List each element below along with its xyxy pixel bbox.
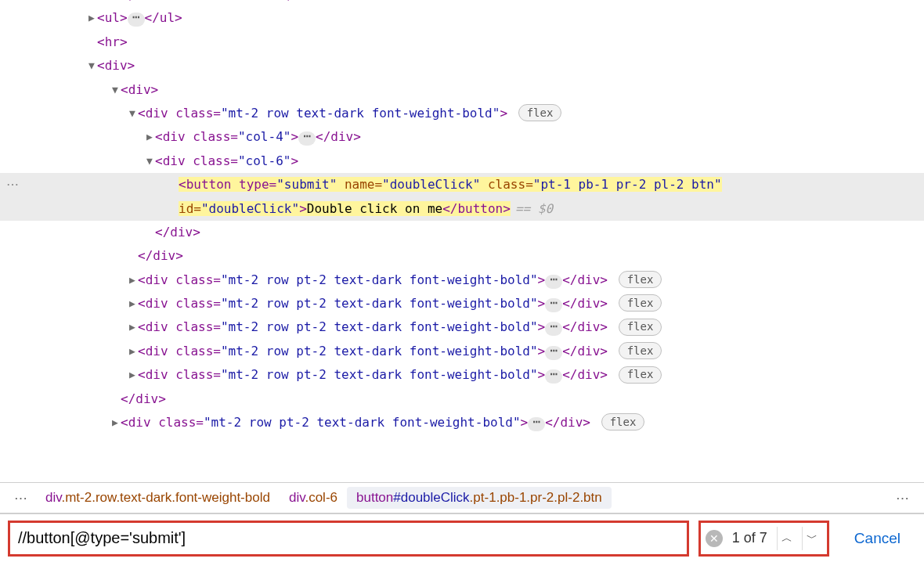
flex-badge: flex [619, 319, 662, 336]
flex-badge: flex [619, 294, 662, 312]
ellipsis-icon[interactable]: ⋯ [545, 298, 562, 312]
node-div-col6[interactable]: ▼<div class="col-6"> [0, 150, 924, 173]
flex-badge: flex [619, 366, 662, 384]
node-button-selected[interactable]: ⋯ <button type="submit" name="doubleClic… [0, 173, 924, 221]
expand-arrow[interactable]: ▶ [127, 271, 138, 290]
node-div-outer[interactable]: ▼<div> [0, 54, 924, 77]
collapse-arrow[interactable]: ▼ [144, 152, 155, 171]
node-div-row2[interactable]: ▶<div class="mt-2 row pt-2 text-dark fon… [0, 292, 924, 315]
flex-badge: flex [619, 342, 662, 359]
node-div-row2[interactable]: ▶<div class="mt-2 row pt-2 text-dark fon… [0, 363, 924, 387]
node-div-row2[interactable]: ▶<div class="mt-2 row pt-2 text-dark fon… [0, 268, 924, 292]
search-bar: ✕ 1 of 7 ︿ ﹀ Cancel [0, 513, 924, 562]
search-input[interactable] [16, 528, 680, 548]
node-div-row2[interactable]: ▶<div class="mt-2 row pt-2 text-dark fon… [0, 411, 924, 434]
collapse-arrow[interactable]: ▼ [110, 81, 121, 100]
ellipsis-icon[interactable]: ⋯ [545, 275, 562, 289]
search-results: ✕ 1 of 7 ︿ ﹀ [698, 521, 829, 557]
ellipsis-icon[interactable]: ⋯ [128, 13, 145, 27]
breadcrumb-overflow-left[interactable]: ⋯ [6, 490, 36, 506]
expand-arrow[interactable]: ▶ [127, 294, 138, 314]
flex-badge: flex [619, 271, 662, 288]
gutter-ellipsis[interactable]: ⋯ [6, 173, 20, 196]
collapse-arrow[interactable]: ▼ [86, 56, 97, 76]
collapse-arrow[interactable]: ▼ [127, 104, 138, 124]
ellipsis-icon[interactable]: ⋯ [298, 131, 316, 146]
flex-badge: flex [518, 104, 562, 121]
node-div-col4[interactable]: ▶<div class="col-4">⋯</div> [0, 125, 924, 149]
expand-arrow[interactable]: ▶ [127, 318, 138, 337]
node-hr[interactable]: <hr> [0, 31, 924, 54]
dom-tree[interactable]: <p>Here, we will see</p> ▶<ul>⋯</ul> <hr… [0, 0, 924, 470]
cancel-button[interactable]: Cancel [839, 530, 916, 547]
node-p[interactable]: <p>Here, we will see</p> [0, 0, 924, 6]
node-div-inner-close[interactable]: </div> [0, 387, 924, 411]
node-div-row2[interactable]: ▶<div class="mt-2 row pt-2 text-dark fon… [0, 340, 924, 363]
breadcrumb-overflow-right[interactable]: ⋯ [888, 490, 918, 506]
node-div-row2[interactable]: ▶<div class="mt-2 row pt-2 text-dark fon… [0, 315, 924, 339]
selected-marker: == $0 [515, 201, 553, 216]
ellipsis-icon[interactable]: ⋯ [545, 346, 562, 360]
flex-badge: flex [601, 413, 645, 431]
ellipsis-icon[interactable]: ⋯ [545, 322, 562, 336]
node-div-col6-close[interactable]: </div> [0, 221, 924, 244]
breadcrumb-item[interactable]: div.col-6 [280, 487, 347, 509]
search-count: 1 of 7 [727, 530, 772, 546]
expand-arrow[interactable]: ▶ [110, 413, 121, 433]
prev-match-icon[interactable]: ︿ [777, 527, 797, 550]
node-ul[interactable]: ▶<ul>⋯</ul> [0, 6, 924, 30]
expand-arrow[interactable]: ▶ [127, 366, 138, 385]
search-input-wrap [8, 521, 689, 557]
ellipsis-icon[interactable]: ⋯ [545, 369, 562, 384]
node-div-inner[interactable]: ▼<div> [0, 78, 924, 102]
node-div-row1-close[interactable]: </div> [0, 244, 924, 268]
ellipsis-icon[interactable]: ⋯ [528, 417, 545, 431]
node-div-row1[interactable]: ▼<div class="mt-2 row text-dark font-wei… [0, 102, 924, 125]
clear-search-icon[interactable]: ✕ [706, 530, 723, 547]
expand-arrow[interactable]: ▶ [127, 342, 138, 362]
breadcrumb: ⋯ div.mt-2.row.text-dark.font-weight-bol… [0, 482, 924, 513]
expand-arrow[interactable]: ▶ [86, 9, 97, 28]
next-match-icon[interactable]: ﹀ [802, 527, 822, 550]
breadcrumb-item-selected[interactable]: button#doubleClick.pt-1.pb-1.pr-2.pl-2.b… [347, 487, 612, 509]
breadcrumb-item[interactable]: div.mt-2.row.text-dark.font-weight-bold [36, 487, 280, 509]
expand-arrow[interactable]: ▶ [144, 128, 155, 147]
